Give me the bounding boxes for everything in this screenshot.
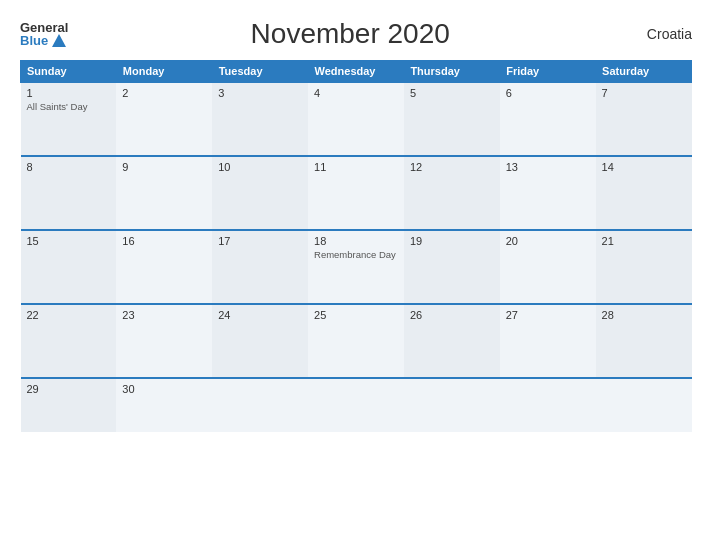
- logo: General Blue: [20, 21, 68, 47]
- calendar-cell: 14: [596, 156, 692, 230]
- day-number: 8: [27, 161, 111, 173]
- calendar-week-1: 1All Saints' Day234567: [21, 82, 692, 156]
- calendar-cell: 7: [596, 82, 692, 156]
- calendar-cell: 21: [596, 230, 692, 304]
- day-number: 10: [218, 161, 302, 173]
- weekday-header: Sunday Monday Tuesday Wednesday Thursday…: [21, 61, 692, 83]
- day-number: 6: [506, 87, 590, 99]
- logo-blue-text: Blue: [20, 34, 68, 47]
- calendar-cell: 29: [21, 378, 117, 432]
- calendar-cell: [500, 378, 596, 432]
- day-number: 14: [602, 161, 686, 173]
- country-label: Croatia: [632, 26, 692, 42]
- calendar-cell: 24: [212, 304, 308, 378]
- calendar-cell: [308, 378, 404, 432]
- col-thursday: Thursday: [404, 61, 500, 83]
- day-number: 2: [122, 87, 206, 99]
- logo-triangle-icon: [52, 34, 66, 47]
- calendar-header: General Blue November 2020 Croatia: [20, 18, 692, 50]
- day-number: 3: [218, 87, 302, 99]
- day-number: 25: [314, 309, 398, 321]
- day-number: 7: [602, 87, 686, 99]
- col-wednesday: Wednesday: [308, 61, 404, 83]
- col-friday: Friday: [500, 61, 596, 83]
- col-sunday: Sunday: [21, 61, 117, 83]
- calendar-cell: 25: [308, 304, 404, 378]
- day-number: 19: [410, 235, 494, 247]
- calendar-cell: [404, 378, 500, 432]
- day-number: 24: [218, 309, 302, 321]
- day-number: 12: [410, 161, 494, 173]
- calendar-cell: 5: [404, 82, 500, 156]
- day-number: 9: [122, 161, 206, 173]
- day-number: 28: [602, 309, 686, 321]
- col-tuesday: Tuesday: [212, 61, 308, 83]
- day-number: 20: [506, 235, 590, 247]
- calendar-cell: 6: [500, 82, 596, 156]
- calendar-cell: 19: [404, 230, 500, 304]
- col-saturday: Saturday: [596, 61, 692, 83]
- calendar-body: 1All Saints' Day234567891011121314151617…: [21, 82, 692, 432]
- day-number: 1: [27, 87, 111, 99]
- calendar-cell: 20: [500, 230, 596, 304]
- calendar-cell: 10: [212, 156, 308, 230]
- calendar-header-row: Sunday Monday Tuesday Wednesday Thursday…: [21, 61, 692, 83]
- calendar-cell: 22: [21, 304, 117, 378]
- calendar-week-4: 22232425262728: [21, 304, 692, 378]
- event-label: All Saints' Day: [27, 101, 111, 113]
- day-number: 5: [410, 87, 494, 99]
- calendar-cell: 4: [308, 82, 404, 156]
- day-number: 21: [602, 235, 686, 247]
- calendar-cell: 12: [404, 156, 500, 230]
- calendar-cell: 15: [21, 230, 117, 304]
- calendar-title: November 2020: [68, 18, 632, 50]
- day-number: 23: [122, 309, 206, 321]
- day-number: 22: [27, 309, 111, 321]
- day-number: 15: [27, 235, 111, 247]
- day-number: 4: [314, 87, 398, 99]
- day-number: 17: [218, 235, 302, 247]
- calendar-page: General Blue November 2020 Croatia Sunda…: [0, 0, 712, 550]
- day-number: 16: [122, 235, 206, 247]
- calendar-cell: 9: [116, 156, 212, 230]
- calendar-cell: 18Remembrance Day: [308, 230, 404, 304]
- calendar-cell: [596, 378, 692, 432]
- calendar-week-5: 2930: [21, 378, 692, 432]
- day-number: 27: [506, 309, 590, 321]
- calendar-cell: 30: [116, 378, 212, 432]
- day-number: 13: [506, 161, 590, 173]
- calendar-table: Sunday Monday Tuesday Wednesday Thursday…: [20, 60, 692, 432]
- calendar-cell: 26: [404, 304, 500, 378]
- event-label: Remembrance Day: [314, 249, 398, 261]
- col-monday: Monday: [116, 61, 212, 83]
- calendar-cell: 17: [212, 230, 308, 304]
- calendar-cell: 27: [500, 304, 596, 378]
- calendar-cell: 28: [596, 304, 692, 378]
- calendar-cell: 23: [116, 304, 212, 378]
- calendar-cell: [212, 378, 308, 432]
- calendar-cell: 3: [212, 82, 308, 156]
- calendar-week-2: 891011121314: [21, 156, 692, 230]
- day-number: 11: [314, 161, 398, 173]
- calendar-cell: 13: [500, 156, 596, 230]
- calendar-week-3: 15161718Remembrance Day192021: [21, 230, 692, 304]
- day-number: 29: [27, 383, 111, 395]
- day-number: 18: [314, 235, 398, 247]
- day-number: 30: [122, 383, 206, 395]
- calendar-cell: 2: [116, 82, 212, 156]
- calendar-cell: 1All Saints' Day: [21, 82, 117, 156]
- calendar-cell: 16: [116, 230, 212, 304]
- calendar-cell: 8: [21, 156, 117, 230]
- day-number: 26: [410, 309, 494, 321]
- calendar-cell: 11: [308, 156, 404, 230]
